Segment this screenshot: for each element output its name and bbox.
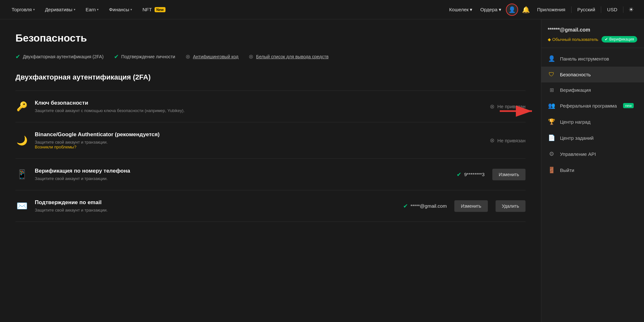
cross-icon: ⊗ xyxy=(490,103,495,110)
nav-orders[interactable]: Ордера ▾ xyxy=(477,4,504,15)
status-whitelist[interactable]: ⊗ Белый список для вывода средств xyxy=(249,53,328,60)
verified-badge: ✔ Верификация xyxy=(601,36,637,43)
user-icon: 👤 xyxy=(508,6,516,13)
phone-name: Верификация по номеру телефона xyxy=(35,168,429,174)
phone-icon: 📱 xyxy=(15,169,28,180)
key-name: Ключ безопасности xyxy=(35,100,429,106)
security-item-email: ✉️ Подтверждение по email Защитите свой … xyxy=(15,190,526,222)
nav-apps[interactable]: Приложения xyxy=(534,4,569,15)
security-item-auth: 🌙 Binance/Google Authenticator (рекоменд… xyxy=(15,122,526,159)
nav-currency[interactable]: USD xyxy=(604,4,620,15)
theme-toggle-button[interactable]: ☀ xyxy=(626,4,636,16)
nav-lang[interactable]: Русский xyxy=(574,4,599,15)
sidebar-email: ******@gmail.com xyxy=(548,27,638,33)
nav-divider3 xyxy=(623,6,623,13)
nav-trading[interactable]: Торговля ▾ xyxy=(8,4,39,15)
cross-icon: ⊗ xyxy=(490,137,495,144)
logout-icon: 🚪 xyxy=(548,166,555,174)
auth-icon: 🌙 xyxy=(15,135,28,146)
security-item-phone: 📱 Верификация по номеру телефона Защитит… xyxy=(15,159,526,190)
auth-info: Binance/Google Authenticator (рекомендуе… xyxy=(35,131,429,149)
chevron-icon: ▾ xyxy=(130,8,132,11)
section-title-2fa: Двухфакторная аутентификация (2FA) xyxy=(15,73,526,81)
file-icon: 📄 xyxy=(548,134,555,141)
shield-icon: 🛡 xyxy=(548,71,555,78)
cross-icon: ⊗ xyxy=(185,53,190,60)
nav-earn[interactable]: Earn ▾ xyxy=(82,4,103,15)
chevron-icon: ▾ xyxy=(499,7,501,13)
user-avatar-button[interactable]: 👤 xyxy=(506,4,518,16)
sidebar-item-api[interactable]: ⚙ Управление API xyxy=(541,146,644,162)
email-icon: ✉️ xyxy=(15,201,28,211)
status-antiphishing[interactable]: ⊗ Антифишинговый код xyxy=(185,53,238,60)
phone-change-button[interactable]: Изменить xyxy=(492,169,526,180)
email-desc: Защитите свой аккаунт и транзакции. xyxy=(35,208,403,213)
phone-value: ✔ 9********3 xyxy=(457,171,484,178)
email-status: ✔ *****@gmail.com Изменить Удалить xyxy=(403,200,526,212)
chevron-icon: ▾ xyxy=(470,7,472,13)
security-item-key: 🔑 Ключ безопасности Защитите свой аккаун… xyxy=(15,91,526,122)
nav-divider xyxy=(571,6,572,13)
nav-derivatives[interactable]: Деривативы ▾ xyxy=(41,4,79,15)
sidebar-item-security[interactable]: 🛡 Безопасность xyxy=(541,67,644,82)
chevron-icon: ▾ xyxy=(97,8,99,11)
check-verified-icon: ✔ xyxy=(605,37,608,42)
status-2fa: ✔ Двухфакторная аутентификация (2FA) xyxy=(15,53,104,60)
sidebar-menu: 👤 Панель инструментов 🛡 Безопасность ⊞ В… xyxy=(541,48,644,181)
cross-icon: ⊗ xyxy=(249,53,253,60)
check-icon: ✔ xyxy=(403,203,408,210)
status-bar: ✔ Двухфакторная аутентификация (2FA) ✔ П… xyxy=(15,53,526,60)
user-type-badge: ◆ Обычный пользователь xyxy=(548,37,598,42)
chevron-icon: ▾ xyxy=(33,8,35,11)
check-icon: ✔ xyxy=(114,53,119,60)
auth-problem-link[interactable]: Возникли проблемы? xyxy=(35,145,76,149)
key-info: Ключ безопасности Защитите свой аккаунт … xyxy=(35,100,429,113)
auth-unlinked: ⊗ Не привязан xyxy=(490,137,526,144)
key-desc: Защитите свой аккаунт с помощью ключа бе… xyxy=(35,108,429,113)
trophy-icon: 🏆 xyxy=(548,118,555,125)
check-icon: ✔ xyxy=(15,53,20,60)
navbar: Торговля ▾ Деривативы ▾ Earn ▾ Финансы ▾… xyxy=(0,0,644,19)
phone-status: ✔ 9********3 Изменить xyxy=(429,169,526,180)
email-change-button[interactable]: Изменить xyxy=(454,200,488,212)
nav-divider2 xyxy=(601,6,601,13)
page-title: Безопасность xyxy=(15,32,526,44)
nav-finance[interactable]: Финансы ▾ xyxy=(105,4,136,15)
email-name: Подтверждение по email xyxy=(35,199,403,206)
chevron-icon: ▾ xyxy=(74,8,75,11)
email-delete-button[interactable]: Удалить xyxy=(496,200,526,212)
auth-desc: Защитите свой аккаунт и транзакции. Возн… xyxy=(35,140,429,149)
red-arrow-indicator xyxy=(500,105,538,120)
email-info: Подтверждение по email Защитите свой акк… xyxy=(35,199,403,213)
email-value: ✔ *****@gmail.com xyxy=(403,203,447,210)
sidebar-header: ******@gmail.com ◆ Обычный пользователь … xyxy=(541,19,644,48)
main-layout: Безопасность ✔ Двухфакторная аутентифика… xyxy=(0,19,644,322)
key-icon: 🔑 xyxy=(15,101,28,112)
new-badge: new xyxy=(623,103,633,108)
check-icon: ✔ xyxy=(457,171,461,178)
sidebar-item-tasks[interactable]: 📄 Центр заданий xyxy=(541,130,644,146)
auth-name: Binance/Google Authenticator (рекомендуе… xyxy=(35,131,429,138)
nav-wallet[interactable]: Кошелек ▾ xyxy=(446,4,476,15)
nav-left: Торговля ▾ Деривативы ▾ Earn ▾ Финансы ▾… xyxy=(8,4,169,15)
arrow-svg xyxy=(500,105,538,118)
person-plus-icon: 👥 xyxy=(548,102,555,109)
security-list: 🔑 Ключ безопасности Защитите свой аккаун… xyxy=(15,90,526,222)
sidebar-item-rewards[interactable]: 🏆 Центр наград xyxy=(541,114,644,130)
person-icon: 👤 xyxy=(548,55,555,62)
bell-button[interactable]: 🔔 xyxy=(519,3,533,16)
phone-desc: Защитите свой аккаунт и транзакции. xyxy=(35,176,429,181)
auth-status: ⊗ Не привязан xyxy=(429,137,526,144)
sidebar-item-referral[interactable]: 👥 Реферальная программа new xyxy=(541,98,644,114)
sidebar-item-dashboard[interactable]: 👤 Панель инструментов xyxy=(541,51,644,67)
sidebar-item-logout[interactable]: 🚪 Выйти xyxy=(541,162,644,178)
phone-info: Верификация по номеру телефона Защитите … xyxy=(35,168,429,181)
api-icon: ⚙ xyxy=(548,150,555,157)
status-identity: ✔ Подтверждение личности xyxy=(114,53,175,60)
sidebar-badges: ◆ Обычный пользователь ✔ Верификация xyxy=(548,36,638,43)
nav-right: Кошелек ▾ Ордера ▾ 👤 🔔 Приложения Русски… xyxy=(446,3,636,16)
grid-icon: ⊞ xyxy=(548,87,555,93)
nav-nft[interactable]: NFT New xyxy=(138,4,169,15)
nft-badge: New xyxy=(155,7,166,12)
sidebar-item-verification[interactable]: ⊞ Верификация xyxy=(541,82,644,98)
